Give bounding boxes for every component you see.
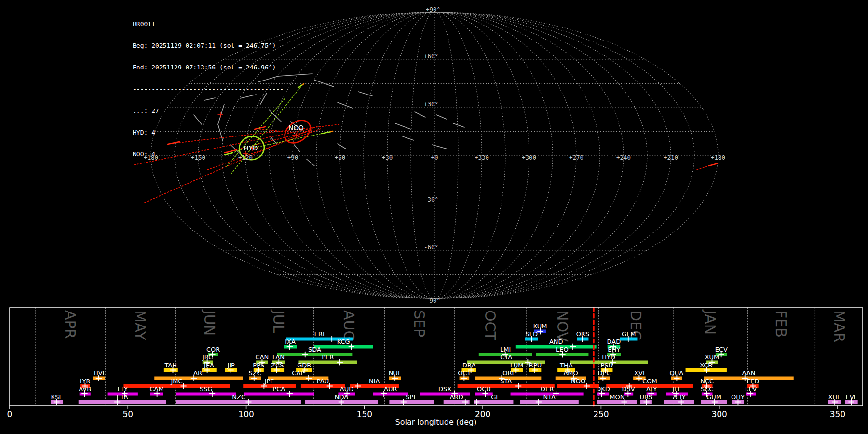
shower-label-ard: ARD (450, 393, 463, 401)
shower-label-nta: NTA (543, 393, 556, 401)
sporadic-track (294, 145, 300, 152)
activity-chart: APRMAYJUNJULAUGSEPOCTNOVDECJANFEBMARKUME… (7, 308, 863, 419)
shower-label-sda: SDA (308, 346, 321, 353)
shower-label-aur: AUR (384, 385, 397, 393)
shower-label-eta: ETA (116, 393, 128, 401)
shower-label-ixa: IXA (285, 338, 296, 345)
meteor-head (302, 84, 304, 85)
sporadic-track (307, 159, 314, 166)
month-label: APR (62, 310, 79, 339)
shower-label-dkd: DKD (596, 385, 610, 393)
shower-label-lum: LUM (510, 362, 523, 369)
dec-label-side: -60° (424, 244, 438, 251)
shower-label-tha: THA (559, 362, 573, 369)
sporadic-track (453, 123, 464, 127)
ra-label: +210 (664, 154, 678, 161)
shower-bar-jpe (243, 384, 296, 388)
radiant-label-noo: NOO (288, 124, 303, 132)
shower-label-com: COM (642, 378, 657, 385)
begin-time: Beg: 20251129 02:07:11 (sol = 246.75°) (133, 42, 284, 49)
end-time: End: 20251129 07:13:56 (sol = 246.96°) (133, 64, 284, 71)
count-sporadic: ...: 27 (133, 107, 284, 114)
shower-label-sta: STA (500, 378, 512, 385)
station-id: BR001T (133, 20, 284, 27)
x-tick-label: 250 (593, 409, 609, 419)
ra-label: +60 (335, 154, 346, 161)
month-label: MAR (831, 310, 848, 342)
shower-label-kcg: KCG (337, 338, 350, 345)
observation-header: BR001T Beg: 20251129 02:07:11 (sol = 246… (133, 6, 284, 172)
sporadic-track (403, 136, 414, 140)
x-tick-label: 350 (830, 409, 845, 419)
shower-label-xcb: XCB (700, 362, 712, 369)
shower-label-fev: FEV (745, 385, 757, 393)
month-label: JUL (270, 309, 287, 333)
sporadic-track (338, 102, 353, 108)
month-label: NOV (554, 310, 571, 342)
shower-bar-mon (597, 400, 637, 404)
shower-label-cap: CAP (292, 369, 304, 377)
ra-label: +270 (569, 154, 583, 161)
shower-label-nia: NIA (369, 378, 380, 385)
x-tick-label: 0 (7, 409, 13, 419)
dec-label-top: +90° (426, 6, 440, 13)
month-label: FEB (773, 310, 789, 338)
count-noo: NOO: 4 (133, 150, 284, 158)
separator-line: ---------------------------------------- (133, 85, 284, 93)
x-axis-title: Solar longitude (deg) (339, 418, 532, 427)
sporadic-track (395, 123, 411, 129)
shower-label-ahy: AHY (673, 393, 686, 401)
shower-label-jea: JEA (203, 362, 214, 369)
shower-label-jmc: JMC (171, 378, 183, 385)
noo-track-dotted (697, 166, 709, 170)
shower-bar-sda (277, 353, 352, 356)
shower-label-ors: ORS (576, 330, 590, 338)
sporadic-track (432, 145, 448, 149)
ra-label: +330 (475, 154, 489, 161)
shower-label-nzc: NZC (232, 393, 245, 401)
shower-label-eri: ERI (314, 330, 325, 338)
dec-label-side: +60° (424, 53, 438, 60)
shower-bar-spe (389, 400, 434, 404)
shower-label-dsx: DSX (438, 385, 451, 393)
x-tick-label: 50 (122, 409, 133, 419)
shower-label-ari: ARI (193, 369, 204, 377)
shower-label-gum: GUM (706, 393, 721, 401)
noo-meteor-solid (709, 163, 718, 166)
month-label: JUN (201, 309, 218, 336)
shower-label-psu: PSU (600, 362, 613, 369)
ra-label: +240 (616, 154, 631, 161)
shower-bar-eta (79, 400, 166, 404)
shower-label-amo: AMO (563, 369, 578, 377)
meteor-radiant-map-page: NOOHYD+180+150+120+90+60+30+0+330+300+27… (0, 0, 868, 434)
shower-label-ocu: OCU (477, 385, 491, 393)
sky-map-and-activity-chart: NOOHYD+180+150+120+90+60+30+0+330+300+27… (0, 0, 868, 434)
dec-label-side: +30° (424, 100, 438, 108)
shower-label-ehy: EHY (608, 346, 620, 353)
shower-label-zcs: ZCS (271, 362, 284, 369)
shower-label-gem: GEM (622, 330, 636, 338)
month-label: AUG (340, 310, 357, 342)
ra-label: +90 (287, 154, 298, 161)
shower-label-jle: JLE (672, 385, 681, 393)
shower-label-dad: DAD (607, 338, 621, 345)
shower-label-aan: AAN (742, 369, 756, 377)
shower-label-per: PER (322, 353, 334, 361)
shower-bar-nzc (176, 400, 301, 404)
shower-bar-kcg (314, 345, 373, 349)
hyd-meteor-solid (322, 132, 331, 134)
count-hyd: HYD: 4 (133, 129, 284, 136)
shower-bar-aur (373, 393, 408, 396)
shower-label-szc: SZC (249, 369, 261, 377)
shower-label-ege: EGE (487, 393, 500, 401)
shower-bar-ari (154, 377, 243, 380)
shower-label-dpc: DPC (598, 369, 611, 377)
meteor-head (331, 131, 333, 132)
x-tick-label: 300 (711, 409, 727, 419)
shower-bar-sta (458, 384, 555, 388)
shower-label-and: AND (549, 338, 563, 345)
shower-label-cta: CTA (500, 353, 512, 361)
shower-label-oer: OER (541, 385, 554, 393)
sporadic-track (314, 80, 334, 87)
sporadic-track (415, 112, 425, 117)
